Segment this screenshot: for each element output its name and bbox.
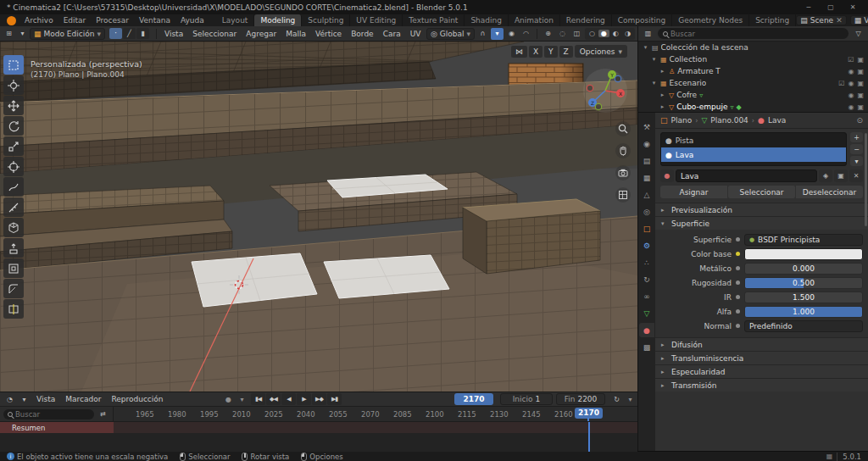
tab-physics[interactable]: ↻ bbox=[639, 272, 654, 286]
tab-output[interactable]: ▤ bbox=[639, 153, 654, 168]
menu-vertice[interactable]: Vértice bbox=[311, 30, 346, 38]
channel-search-input[interactable] bbox=[15, 410, 90, 419]
proportional-edit-icon[interactable]: ◉ bbox=[505, 28, 518, 40]
duplicate-material-icon[interactable]: ▣ bbox=[834, 169, 848, 182]
slot-specials-icon[interactable]: ▾ bbox=[850, 156, 863, 166]
eye-visibility-icon[interactable]: ◉ bbox=[848, 103, 854, 111]
tab-object[interactable]: □ bbox=[639, 221, 654, 236]
solid-shading-button[interactable]: ● bbox=[598, 30, 609, 37]
select-box-tool[interactable] bbox=[3, 55, 24, 75]
expander-icon[interactable]: ▸ bbox=[659, 68, 666, 75]
playhead-line[interactable] bbox=[588, 422, 590, 452]
pin-icon[interactable]: ⊙ bbox=[856, 116, 863, 125]
surface-panel-header[interactable]: ▾ Superficie bbox=[655, 216, 868, 230]
decorator-dot[interactable] bbox=[736, 309, 740, 314]
scale-tool[interactable] bbox=[3, 136, 24, 156]
channel-search-input-wrap[interactable] bbox=[3, 409, 94, 419]
expander-icon[interactable]: ▾ bbox=[650, 80, 658, 86]
camera-visibility-icon[interactable]: ▣ bbox=[857, 68, 864, 75]
surface-shader-dropdown[interactable]: ● BSDF Principista bbox=[744, 234, 863, 246]
menu-agregar[interactable]: Agregar bbox=[242, 30, 281, 38]
metallic-slider[interactable]: 0.000 bbox=[744, 263, 863, 275]
mirror-x-toggle[interactable]: X bbox=[529, 46, 542, 58]
tab-texture-paint[interactable]: Texture Paint bbox=[403, 14, 465, 26]
expander-icon[interactable]: ▾ bbox=[642, 44, 649, 51]
cursor-tool[interactable] bbox=[3, 75, 24, 95]
outliner-editor-icon[interactable]: ▥ bbox=[642, 28, 654, 40]
tab-texture[interactable]: ▩ bbox=[639, 340, 654, 354]
decorator-dot[interactable] bbox=[736, 324, 740, 328]
edge-select-button[interactable]: ╱ bbox=[123, 28, 136, 39]
keying-set-chevron-icon[interactable]: ▾ bbox=[236, 393, 248, 405]
tab-animation[interactable]: Animation bbox=[509, 14, 560, 26]
tab-sculpting[interactable]: Sculpting bbox=[302, 14, 350, 26]
filter-icon[interactable]: ▽ bbox=[852, 28, 865, 40]
face-select-button[interactable]: ▮ bbox=[136, 28, 149, 39]
menu-borde[interactable]: Borde bbox=[347, 30, 377, 38]
overlays-icon[interactable]: ◌ bbox=[556, 28, 569, 40]
filter-swap-icon[interactable]: ⇄ bbox=[97, 408, 109, 420]
outliner-row-escenario[interactable]: ▾ ▦ Escenario ☑ ◉ ▣ bbox=[638, 77, 868, 89]
playhead-line[interactable] bbox=[587, 418, 589, 421]
timeline-menu-reproduccion[interactable]: Reproducción bbox=[107, 395, 167, 403]
tab-scene[interactable]: △ bbox=[639, 187, 654, 202]
minimize-button[interactable]: ─ bbox=[800, 3, 817, 11]
auto-key-record-icon[interactable]: ● bbox=[222, 393, 235, 405]
tab-tool[interactable]: ⚒ bbox=[639, 119, 654, 134]
inset-faces-tool[interactable] bbox=[3, 258, 24, 278]
extrude-tool[interactable] bbox=[3, 238, 24, 258]
material-shading-button[interactable]: ◐ bbox=[610, 30, 621, 37]
tab-modeling[interactable]: Modeling bbox=[254, 14, 302, 26]
material-name-field[interactable]: Lava bbox=[676, 169, 817, 182]
blender-logo-icon[interactable] bbox=[7, 16, 16, 25]
tab-constraints[interactable]: ∞ bbox=[639, 289, 654, 303]
rendered-shading-button[interactable]: ◑ bbox=[622, 30, 633, 37]
timeline-editor-icon[interactable]: ◔ bbox=[3, 393, 16, 405]
eye-visibility-icon[interactable]: ◉ bbox=[848, 92, 854, 99]
camera-visibility-icon[interactable]: ▣ bbox=[857, 103, 864, 111]
sync-chevron-icon[interactable]: ▾ bbox=[624, 393, 637, 405]
camera-view-icon[interactable] bbox=[615, 165, 631, 181]
current-frame-field[interactable]: 2170 bbox=[454, 393, 493, 405]
mirror-y-toggle[interactable]: Y bbox=[544, 46, 558, 58]
orientation-dropdown[interactable]: ◎ Global ▾ bbox=[426, 28, 475, 40]
exclude-checkbox-icon[interactable]: ☑ bbox=[838, 80, 844, 87]
camera-visibility-icon[interactable]: ▣ bbox=[857, 56, 864, 64]
menu-archivo[interactable]: Archivo bbox=[19, 14, 58, 26]
properties-scrollbar[interactable] bbox=[865, 133, 867, 226]
falloff-dropdown-icon[interactable]: ◠ bbox=[520, 28, 532, 40]
deselect-button[interactable]: Deseleccionar bbox=[796, 186, 863, 198]
eye-visibility-icon[interactable]: ◉ bbox=[848, 80, 854, 87]
menu-cara[interactable]: Cara bbox=[379, 30, 405, 38]
diffusion-panel-header[interactable]: ▸ Difusión bbox=[655, 337, 868, 351]
breadcrumb-material[interactable]: Lava bbox=[768, 116, 786, 125]
viewport-3d[interactable]: Personalizada (perspectiva) (2170) Plano… bbox=[0, 42, 637, 392]
camera-visibility-icon[interactable]: ▣ bbox=[857, 80, 864, 87]
editor-type-icon[interactable]: ⊞ bbox=[3, 28, 15, 40]
tab-layout[interactable]: Layout bbox=[216, 14, 255, 26]
frame-end-field[interactable]: Fin 2200 bbox=[556, 393, 605, 405]
prev-keyframe-button[interactable]: ◆◀ bbox=[266, 393, 281, 405]
outliner-row-collection[interactable]: ▾ ▦ Collection ☑ ▣ bbox=[638, 53, 868, 65]
timeline-ruler[interactable]: 1965 1980 1995 2010 2025 2040 2055 2070 … bbox=[114, 407, 637, 421]
assign-button[interactable]: Asignar bbox=[660, 186, 727, 198]
jump-to-end-button[interactable]: ▶▮ bbox=[327, 393, 342, 405]
play-reverse-button[interactable]: ◀ bbox=[281, 393, 296, 405]
timeline-menu-vista[interactable]: Vista bbox=[32, 395, 59, 403]
move-tool[interactable] bbox=[3, 96, 24, 115]
breadcrumb-mesh[interactable]: Plano.004 bbox=[710, 116, 748, 125]
tab-uv-editing[interactable]: UV Editing bbox=[350, 14, 403, 26]
frame-start-field[interactable]: Inicio 1 bbox=[500, 393, 553, 405]
vertex-select-button[interactable]: · bbox=[109, 28, 122, 39]
expander-icon[interactable]: ▸ bbox=[659, 92, 666, 98]
sync-dropdown-icon[interactable]: ↻ bbox=[610, 393, 623, 405]
expander-icon[interactable]: ▸ bbox=[659, 103, 666, 110]
material-slot-lava[interactable]: ● Lava bbox=[661, 147, 846, 162]
measure-tool[interactable] bbox=[3, 197, 24, 217]
menu-uv[interactable]: UV bbox=[406, 30, 426, 38]
mode-dropdown[interactable]: ▦ Modo Edición ▾ bbox=[30, 28, 105, 40]
bevel-tool[interactable] bbox=[3, 279, 24, 298]
tab-object-data[interactable]: ▽ bbox=[639, 306, 654, 320]
snap-magnet-icon[interactable]: ∩ bbox=[476, 28, 489, 40]
exclude-checkbox-icon[interactable]: ☑ bbox=[848, 56, 854, 64]
